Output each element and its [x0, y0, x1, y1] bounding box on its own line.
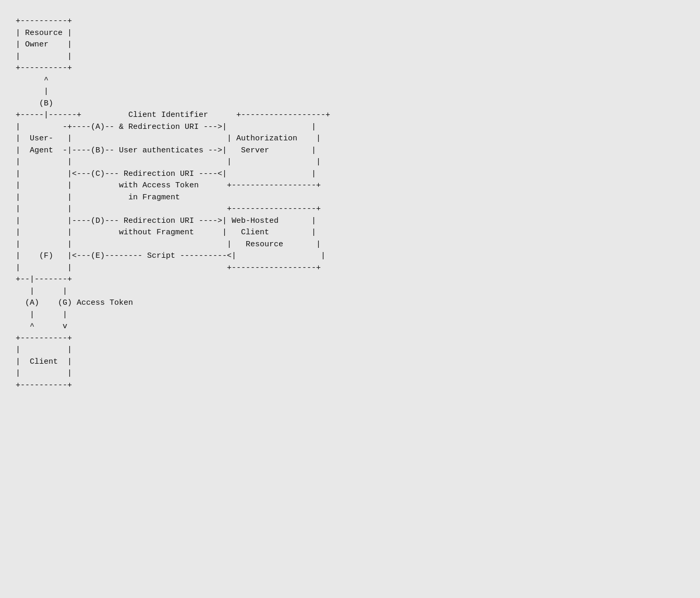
oauth-diagram: +----------+ | Resource | | Owner | | | …	[10, 10, 690, 397]
